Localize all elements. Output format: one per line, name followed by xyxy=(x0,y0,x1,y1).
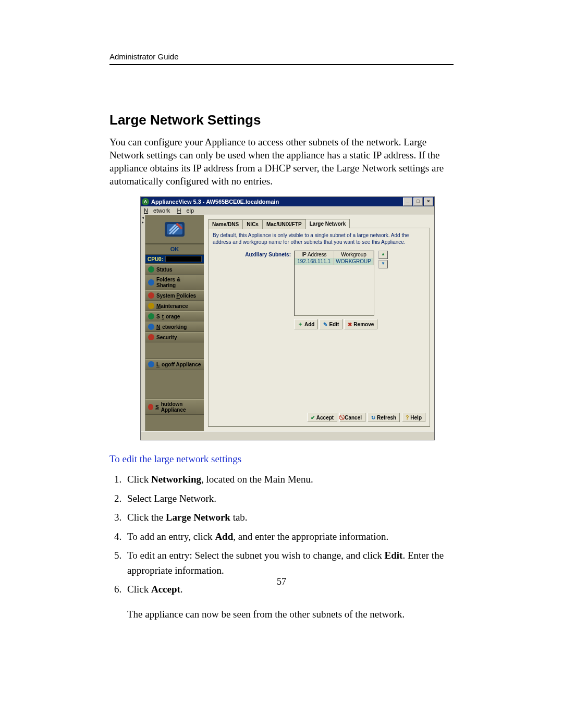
menubar: Network Help xyxy=(141,206,434,215)
add-button[interactable]: ＋Add xyxy=(294,319,318,329)
sidebar: OK CPU0: Status Folders & Sharing System… xyxy=(145,215,204,431)
tab-large-network[interactable]: Large Network xyxy=(305,219,350,228)
tab-panel: By default, this Appliance is only visib… xyxy=(208,228,430,427)
security-icon xyxy=(148,334,154,340)
main-panel: Name/DNS NICs Mac/UNIX/FTP Large Network… xyxy=(204,215,434,431)
status-ok: OK xyxy=(145,244,204,255)
nav-security[interactable]: Security xyxy=(145,332,204,342)
cpu-meter: CPU0: xyxy=(145,255,204,264)
cell-ip: 192.168.111.1 xyxy=(295,258,334,265)
gutter-arrow-left-icon: ◂ xyxy=(142,215,144,220)
appliance-logo xyxy=(145,215,204,244)
nav-storage[interactable]: Storage xyxy=(145,311,204,322)
question-icon: ? xyxy=(406,415,409,421)
move-up-button[interactable]: ▲ xyxy=(378,251,388,259)
gutter-arrow-right-icon: ▸ xyxy=(142,220,144,225)
refresh-icon: ↻ xyxy=(371,415,375,421)
tab-row: Name/DNS NICs Mac/UNIX/FTP Large Network xyxy=(208,218,430,228)
help-button[interactable]: ?Help xyxy=(402,413,425,422)
menu-network[interactable]: Network xyxy=(144,207,170,214)
logo-icon xyxy=(163,219,187,240)
status-icon xyxy=(148,266,154,273)
close-icon[interactable]: × xyxy=(424,198,433,206)
edit-button[interactable]: ✎Edit xyxy=(320,319,342,329)
cell-workgroup: WORKGROUP xyxy=(334,258,374,265)
aux-subnets-label: Auxiliary Subnets: xyxy=(213,251,291,316)
nav-shutdown[interactable]: Shutdown Appliance xyxy=(145,399,204,415)
nav-folders-sharing[interactable]: Folders & Sharing xyxy=(145,275,204,290)
maximize-icon[interactable]: □ xyxy=(413,198,423,206)
nav-logoff[interactable]: Logoff Appliance xyxy=(145,359,204,369)
step-5: To edit an entry: Select the subnet you … xyxy=(124,548,454,578)
running-header: Administrator Guide xyxy=(109,52,454,61)
col-ip-address: IP Address xyxy=(295,251,334,258)
app-window: A ApplianceView 5.3 - AW565BCE0E.localdo… xyxy=(141,197,434,440)
logoff-icon xyxy=(148,361,154,367)
tab-name-dns[interactable]: Name/DNS xyxy=(208,219,243,229)
refresh-button[interactable]: ↻Refresh xyxy=(368,413,400,422)
titlebar: A ApplianceView 5.3 - AW565BCE0E.localdo… xyxy=(141,197,434,206)
x-icon: ✖ xyxy=(348,322,352,327)
minimize-icon[interactable]: _ xyxy=(403,198,412,206)
storage-icon xyxy=(148,313,154,319)
accept-button[interactable]: ✔Accept xyxy=(307,413,337,422)
table-row[interactable]: 192.168.111.1 WORKGROUP xyxy=(295,258,374,265)
intro-paragraph: You can configure your Appliance to acce… xyxy=(109,135,454,188)
procedure-subhead: To edit the large network settings xyxy=(109,453,454,465)
shutdown-icon xyxy=(148,404,153,410)
plus-icon: ＋ xyxy=(298,320,303,328)
app-icon: A xyxy=(142,198,149,205)
cpu-bar xyxy=(165,256,202,262)
move-down-button[interactable]: ▼ xyxy=(378,260,388,268)
tab-nics[interactable]: NICs xyxy=(242,219,263,229)
step-3: Click the Large Network tab. xyxy=(124,510,454,525)
networking-icon xyxy=(148,324,154,330)
sidebar-collapse-gutter[interactable]: ◂ ▸ xyxy=(141,215,145,431)
table-empty-area xyxy=(295,265,374,315)
check-icon: ✔ xyxy=(311,415,315,421)
step-2: Select Large Network. xyxy=(124,491,454,507)
cpu-label: CPU0: xyxy=(148,256,163,262)
policies-icon xyxy=(148,292,154,299)
subnet-table[interactable]: IP Address Workgroup 192.168.111.1 WORKG… xyxy=(294,251,374,316)
panel-description: By default, this Appliance is only visib… xyxy=(213,232,425,245)
menu-help[interactable]: Help xyxy=(177,207,194,214)
maintenance-icon xyxy=(148,303,154,309)
nav-status[interactable]: Status xyxy=(145,264,204,275)
page-number: 57 xyxy=(0,576,563,587)
remove-button[interactable]: ✖Remove xyxy=(344,319,377,329)
step-1: Click Networking, located on the Main Me… xyxy=(124,472,454,487)
col-workgroup: Workgroup xyxy=(334,251,374,258)
nav-maintenance[interactable]: Maintenance xyxy=(145,301,204,311)
pencil-icon: ✎ xyxy=(323,322,327,327)
cancel-button[interactable]: ⃠Cancel xyxy=(339,413,365,422)
document-page: Administrator Guide Large Network Settin… xyxy=(0,0,563,728)
statusbar xyxy=(141,431,434,440)
step-4: To add an entry, click Add, and enter th… xyxy=(124,529,454,545)
nav-system-policies[interactable]: System Policies xyxy=(145,290,204,301)
nav-networking[interactable]: Networking xyxy=(145,322,204,332)
tab-mac-unix-ftp[interactable]: Mac/UNIX/FTP xyxy=(262,219,306,229)
folder-icon xyxy=(148,279,154,286)
section-title: Large Network Settings xyxy=(109,112,454,128)
header-rule xyxy=(109,64,454,65)
closing-paragraph: The appliance can now be seen from the o… xyxy=(127,609,454,620)
window-title: ApplianceView 5.3 - AW565BCE0E.localdoma… xyxy=(151,199,403,205)
